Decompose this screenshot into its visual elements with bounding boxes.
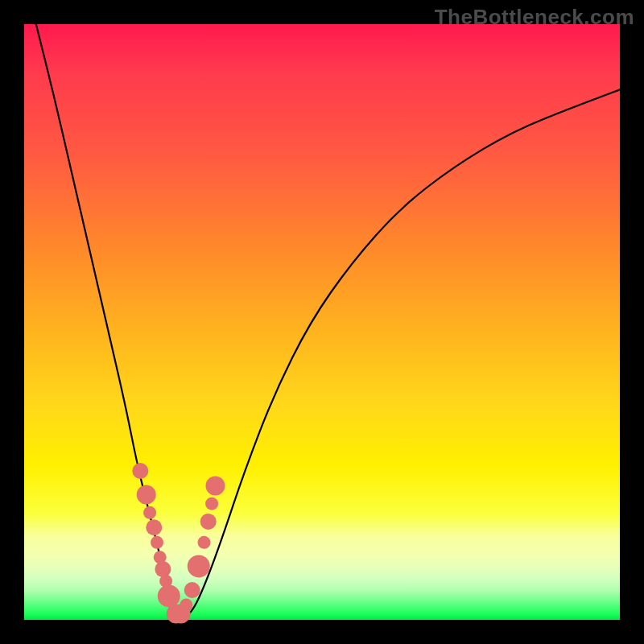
marker-point xyxy=(158,584,180,607)
marker-point xyxy=(132,463,148,479)
marker-point xyxy=(137,485,156,505)
chart-frame: TheBottleneck.com xyxy=(0,0,644,644)
marker-point xyxy=(155,561,171,577)
marker-point xyxy=(198,536,211,549)
marker-point xyxy=(151,536,163,549)
marker-point xyxy=(184,582,200,598)
marker-point xyxy=(200,514,217,530)
watermark-text: TheBottleneck.com xyxy=(435,5,634,30)
plot-area xyxy=(24,24,620,620)
chart-svg xyxy=(24,24,620,620)
marker-point xyxy=(143,506,156,519)
marker-point xyxy=(188,555,210,577)
marker-point xyxy=(206,477,225,496)
bottleneck-curve xyxy=(36,24,620,618)
marker-point xyxy=(146,519,162,535)
highlight-markers xyxy=(132,463,225,624)
marker-point xyxy=(205,497,218,510)
marker-point xyxy=(180,599,192,612)
